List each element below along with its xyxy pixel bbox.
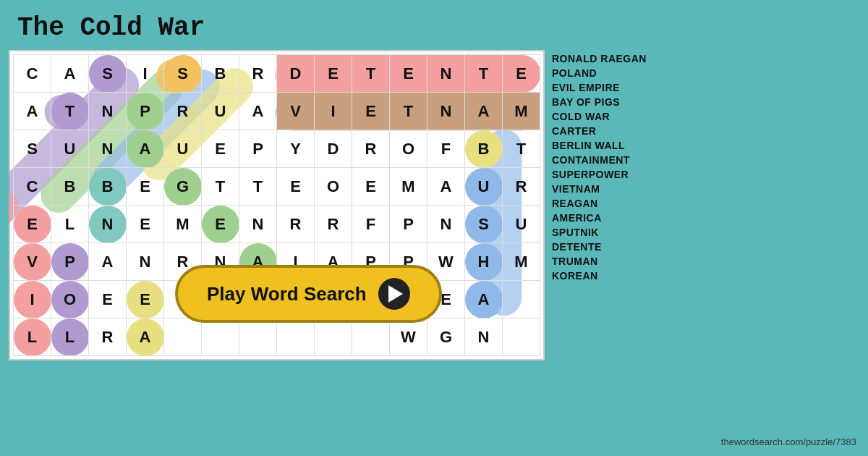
- grid-cell: E: [315, 55, 352, 93]
- grid-cell: O: [315, 168, 352, 206]
- word-list-item: POLAND: [552, 67, 668, 79]
- grid-cell: H: [465, 243, 503, 281]
- grid-cell: T: [352, 55, 390, 93]
- word-list-item: CARTER: [552, 125, 668, 137]
- grid-cell: B: [51, 168, 89, 206]
- grid-cell: Y: [277, 130, 315, 168]
- grid-cell: C: [14, 168, 51, 206]
- grid-cell: U: [202, 93, 239, 130]
- grid-cell: E: [127, 206, 164, 243]
- grid-cell: L: [14, 318, 51, 356]
- grid-cell: V: [14, 243, 51, 281]
- grid-cell: N: [127, 243, 164, 281]
- grid-row: A T N P R U A V I E T N A M: [14, 93, 540, 130]
- grid-cell: A: [427, 168, 465, 206]
- grid-cell: O: [51, 281, 89, 318]
- grid-cell: D: [315, 130, 352, 168]
- grid-cell: R: [89, 318, 127, 356]
- word-list-item: REAGAN: [552, 198, 668, 209]
- grid-cell: R: [503, 168, 540, 206]
- word-list: RONALD RAEGANPOLANDEVIL EMPIREBAY OF PIG…: [552, 50, 668, 360]
- grid-cell: M: [390, 168, 427, 206]
- grid-cell: I: [14, 281, 51, 318]
- grid-cell: P: [127, 93, 164, 130]
- grid-cell: [277, 318, 315, 356]
- grid-cell: I: [315, 93, 352, 130]
- grid-cell: B: [465, 130, 503, 168]
- grid-cell: E: [352, 93, 390, 130]
- grid-cell: V: [277, 93, 315, 130]
- word-list-item: COLD WAR: [552, 111, 668, 122]
- grid-cell: O: [390, 130, 427, 168]
- grid-row: C B B E G T T E O E M A U R: [14, 168, 540, 206]
- word-list-item: DETENTE: [552, 241, 668, 253]
- grid-cell: E: [127, 168, 164, 206]
- grid-cell: A: [127, 130, 164, 168]
- grid-cell: [503, 318, 540, 356]
- grid-cell: R: [277, 206, 315, 243]
- grid-cell: B: [202, 55, 239, 93]
- grid-cell: [352, 318, 390, 356]
- grid-wrapper: C A S I S B R D E T E N T E A T: [9, 50, 545, 360]
- grid-cell: A: [127, 318, 164, 356]
- grid-cell: N: [427, 93, 465, 130]
- footer-url: thewordsearch.com/puzzle/7383: [721, 436, 856, 447]
- grid-cell: A: [89, 243, 127, 281]
- play-word-search-button[interactable]: Play Word Search: [175, 265, 442, 323]
- grid-cell: T: [239, 168, 277, 206]
- play-button-container[interactable]: Play Word Search: [175, 265, 442, 323]
- grid-cell: G: [164, 168, 202, 206]
- grid-cell: E: [277, 168, 315, 206]
- grid-cell: M: [164, 206, 202, 243]
- grid-cell: T: [465, 55, 503, 93]
- word-list-item: SPUTNIK: [552, 227, 668, 238]
- grid-cell: L: [51, 318, 89, 356]
- grid-cell: A: [14, 93, 51, 130]
- grid-cell: [315, 318, 352, 356]
- word-list-item: TRUMAN: [552, 256, 668, 267]
- play-icon: [378, 278, 410, 310]
- grid-cell: S: [465, 206, 503, 243]
- word-list-item: KOREAN: [552, 270, 668, 282]
- grid-cell: R: [239, 55, 277, 93]
- grid-cell: N: [427, 206, 465, 243]
- word-list-item: EVIL EMPIRE: [552, 82, 668, 93]
- word-list-item: BAY OF PIGS: [552, 96, 668, 108]
- grid-cell: [503, 281, 540, 318]
- grid-row: C A S I S B R D E T E N T E: [14, 55, 540, 93]
- grid-cell: A: [465, 281, 503, 318]
- grid-cell: C: [14, 55, 51, 93]
- grid-cell: P: [51, 243, 89, 281]
- grid-cell: U: [164, 130, 202, 168]
- grid-cell: A: [51, 55, 89, 93]
- grid-cell: R: [164, 93, 202, 130]
- grid-row: E L N E M E N R R F P N S U: [14, 206, 540, 243]
- grid-cell: A: [465, 93, 503, 130]
- grid-row: S U N A U E P Y D R O F B T: [14, 130, 540, 168]
- word-list-item: VIETNAM: [552, 183, 668, 195]
- grid-cell: U: [465, 168, 503, 206]
- grid-cell: S: [89, 55, 127, 93]
- grid-cell: E: [14, 206, 51, 243]
- page-title: The Cold War: [0, 0, 868, 50]
- word-list-item: AMERICA: [552, 212, 668, 224]
- grid-cell: N: [89, 93, 127, 130]
- grid-cell: U: [51, 130, 89, 168]
- grid-cell: R: [315, 206, 352, 243]
- grid-cell: I: [127, 55, 164, 93]
- grid-cell: E: [202, 130, 239, 168]
- word-list-item: SUPERPOWER: [552, 169, 668, 180]
- grid-cell: E: [503, 55, 540, 93]
- word-list-item: BERLIN WALL: [552, 140, 668, 151]
- grid-cell: T: [390, 93, 427, 130]
- word-list-item: CONTAINMENT: [552, 154, 668, 166]
- grid-cell: E: [390, 55, 427, 93]
- grid-cell: F: [352, 206, 390, 243]
- grid-cell: M: [503, 243, 540, 281]
- grid-cell: G: [427, 318, 465, 356]
- grid-cell: R: [352, 130, 390, 168]
- grid-cell: E: [127, 281, 164, 318]
- grid-cell: W: [390, 318, 427, 356]
- grid-cell: A: [239, 93, 277, 130]
- grid-cell: E: [202, 206, 239, 243]
